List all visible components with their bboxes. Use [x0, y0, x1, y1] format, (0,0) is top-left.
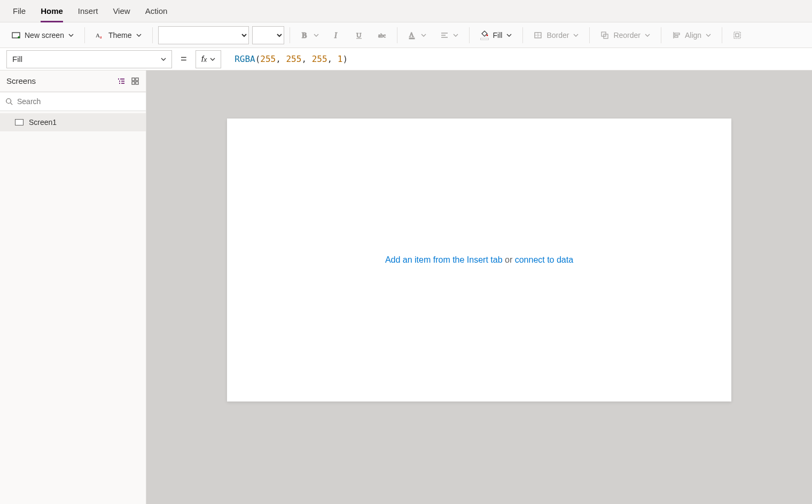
group-button[interactable]: [728, 26, 747, 44]
chevron-down-icon: [645, 33, 650, 38]
menu-view[interactable]: View: [105, 0, 137, 22]
search-icon: [5, 98, 13, 105]
separator: [722, 27, 722, 43]
formula-bar: Fill = fx RGBA(255, 255, 255, 1): [0, 48, 812, 70]
italic-button[interactable]: I: [327, 26, 347, 44]
formula-fn: RGBA: [235, 54, 255, 64]
fx-icon: fx: [201, 54, 207, 64]
separator: [522, 27, 523, 43]
screens-title: Screens: [6, 76, 36, 85]
tree-item-screen1[interactable]: Screen1: [0, 113, 146, 131]
empty-hint: Add an item from the Insert tab or conne…: [385, 255, 573, 265]
text-align-button[interactable]: [435, 26, 464, 44]
svg-point-35: [6, 99, 11, 104]
menu-file[interactable]: File: [5, 0, 33, 22]
chevron-down-icon: [706, 33, 711, 38]
canvas-area: Add an item from the Insert tab or conne…: [146, 70, 812, 504]
separator: [290, 27, 290, 43]
align-left-icon: [440, 31, 449, 40]
chevron-down-icon: [136, 33, 142, 38]
separator: [469, 27, 470, 43]
fill-button[interactable]: Fill: [475, 26, 518, 44]
font-color-icon: A: [408, 31, 417, 40]
svg-rect-34: [136, 82, 138, 84]
font-family-select[interactable]: [158, 26, 249, 44]
separator: [661, 27, 661, 43]
font-size-select[interactable]: [252, 26, 284, 44]
svg-rect-21: [675, 33, 680, 35]
svg-rect-32: [136, 78, 138, 81]
screens-tree: Screen1: [0, 111, 146, 504]
svg-rect-33: [132, 82, 135, 84]
ribbon-toolbar: New screen Aa Theme B I U abc: [0, 22, 812, 48]
equals-sign: =: [178, 53, 189, 65]
font-color-button[interactable]: A: [403, 26, 432, 44]
chevron-down-icon: [314, 33, 319, 38]
chevron-down-icon: [573, 33, 579, 38]
svg-text:B: B: [302, 32, 307, 40]
group-icon: [733, 31, 741, 40]
separator: [152, 27, 153, 43]
design-canvas[interactable]: Add an item from the Insert tab or conne…: [227, 119, 731, 401]
chevron-down-icon: [68, 33, 74, 38]
border-label: Border: [546, 31, 569, 40]
separator: [84, 27, 85, 43]
fill-label: Fill: [493, 31, 503, 40]
body: Screens Screen1: [0, 70, 812, 504]
svg-rect-22: [675, 36, 678, 37]
svg-text:A: A: [409, 31, 414, 38]
reorder-button[interactable]: Reorder: [595, 26, 655, 44]
chevron-down-icon: [421, 33, 426, 38]
svg-line-36: [11, 103, 13, 105]
tree-item-label: Screen1: [29, 118, 57, 127]
underline-button[interactable]: U: [350, 26, 369, 44]
new-screen-icon: [12, 31, 20, 40]
reorder-icon: [600, 31, 609, 40]
bold-icon: B: [301, 31, 309, 40]
screens-header: Screens: [0, 70, 146, 92]
svg-rect-31: [132, 78, 135, 81]
fx-dropdown[interactable]: fx: [196, 50, 221, 68]
search-box[interactable]: [0, 92, 146, 111]
formula-arg-3: 1: [338, 54, 343, 64]
chevron-down-icon: [161, 57, 166, 62]
theme-label: Theme: [108, 31, 132, 40]
formula-arg-1: 255: [286, 54, 301, 64]
menu-insert[interactable]: Insert: [71, 0, 106, 22]
property-select[interactable]: Fill: [6, 50, 172, 68]
svg-rect-23: [734, 32, 740, 38]
formula-arg-0: 255: [260, 54, 276, 64]
svg-point-14: [486, 35, 488, 36]
bold-button[interactable]: B: [295, 26, 324, 44]
screen-icon: [15, 119, 24, 125]
menu-action[interactable]: Action: [138, 0, 175, 22]
align-button[interactable]: Align: [667, 26, 716, 44]
border-button[interactable]: Border: [528, 26, 584, 44]
connect-to-data-link[interactable]: connect to data: [515, 255, 573, 264]
new-screen-button[interactable]: New screen: [6, 26, 79, 44]
strikethrough-icon: abc: [378, 31, 386, 40]
svg-text:I: I: [334, 32, 338, 40]
menu-bar: File Home Insert View Action: [0, 0, 812, 22]
svg-text:a: a: [100, 35, 102, 40]
chevron-down-icon: [506, 33, 512, 38]
thumbnail-view-icon[interactable]: [131, 77, 139, 85]
italic-icon: I: [333, 31, 341, 40]
menu-home[interactable]: Home: [33, 0, 71, 22]
separator: [589, 27, 590, 43]
strikethrough-button[interactable]: abc: [372, 26, 392, 44]
svg-rect-24: [736, 34, 739, 37]
tree-view-icon[interactable]: [117, 77, 126, 85]
reorder-label: Reorder: [613, 31, 641, 40]
underline-icon: U: [355, 31, 364, 40]
chevron-down-icon: [453, 33, 458, 38]
theme-button[interactable]: Aa Theme: [90, 26, 147, 44]
insert-tab-link[interactable]: Add an item from the Insert tab: [385, 255, 503, 264]
border-icon: [534, 31, 542, 40]
search-input[interactable]: [17, 97, 140, 106]
formula-input[interactable]: RGBA(255, 255, 255, 1): [228, 50, 812, 68]
svg-text:U: U: [356, 31, 362, 39]
formula-arg-2: 255: [312, 54, 327, 64]
theme-icon: Aa: [96, 31, 104, 40]
fill-icon: [480, 30, 489, 40]
